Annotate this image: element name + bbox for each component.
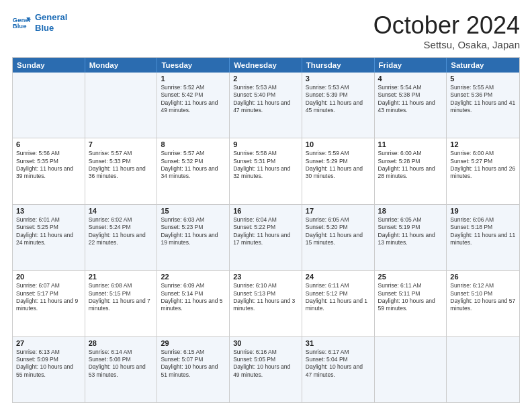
calendar-cell: 10Sunrise: 5:59 AM Sunset: 5:29 PM Dayli…	[302, 138, 375, 203]
calendar-cell: 2Sunrise: 5:53 AM Sunset: 5:40 PM Daylig…	[230, 73, 302, 138]
weekday-header: Wednesday	[230, 58, 302, 73]
day-number: 26	[450, 273, 516, 281]
calendar-row: 6Sunrise: 5:56 AM Sunset: 5:35 PM Daylig…	[13, 138, 519, 203]
day-number: 12	[450, 140, 516, 148]
calendar-cell	[13, 73, 85, 138]
day-number: 21	[89, 273, 154, 281]
weekday-header: Saturday	[447, 58, 519, 73]
calendar-cell: 28Sunrise: 6:14 AM Sunset: 5:08 PM Dayli…	[85, 337, 158, 402]
cell-info: Sunrise: 6:14 AM Sunset: 5:08 PM Dayligh…	[89, 349, 154, 379]
day-number: 6	[16, 140, 81, 148]
calendar-cell: 1Sunrise: 5:52 AM Sunset: 5:42 PM Daylig…	[157, 73, 230, 138]
calendar-cell: 23Sunrise: 6:10 AM Sunset: 5:13 PM Dayli…	[230, 271, 302, 336]
cell-info: Sunrise: 6:08 AM Sunset: 5:15 PM Dayligh…	[89, 282, 154, 313]
cell-info: Sunrise: 5:57 AM Sunset: 5:33 PM Dayligh…	[89, 150, 154, 181]
calendar-row: 20Sunrise: 6:07 AM Sunset: 5:17 PM Dayli…	[13, 270, 519, 336]
weekday-header: Monday	[85, 58, 158, 73]
day-number: 15	[161, 207, 226, 215]
calendar-row: 27Sunrise: 6:13 AM Sunset: 5:09 PM Dayli…	[13, 336, 519, 402]
cell-info: Sunrise: 6:13 AM Sunset: 5:09 PM Dayligh…	[16, 349, 81, 379]
cell-info: Sunrise: 6:02 AM Sunset: 5:24 PM Dayligh…	[89, 216, 154, 247]
cell-info: Sunrise: 6:11 AM Sunset: 5:11 PM Dayligh…	[378, 282, 443, 313]
calendar-cell: 5Sunrise: 5:55 AM Sunset: 5:36 PM Daylig…	[447, 73, 519, 138]
calendar-cell: 30Sunrise: 6:16 AM Sunset: 5:05 PM Dayli…	[230, 337, 302, 402]
logo-text: General	[35, 12, 67, 23]
day-number: 24	[306, 273, 371, 281]
day-number: 14	[89, 207, 154, 215]
day-number: 2	[233, 75, 298, 83]
weekday-header: Sunday	[13, 58, 85, 73]
calendar-cell: 24Sunrise: 6:11 AM Sunset: 5:12 PM Dayli…	[302, 271, 375, 336]
calendar-cell: 12Sunrise: 6:00 AM Sunset: 5:27 PM Dayli…	[447, 138, 519, 203]
day-number: 19	[450, 207, 516, 215]
cell-info: Sunrise: 6:00 AM Sunset: 5:28 PM Dayligh…	[378, 150, 443, 181]
calendar-cell: 21Sunrise: 6:08 AM Sunset: 5:15 PM Dayli…	[85, 271, 158, 336]
day-number: 20	[16, 273, 81, 281]
calendar-cell: 7Sunrise: 5:57 AM Sunset: 5:33 PM Daylig…	[85, 138, 158, 203]
calendar-row: 1Sunrise: 5:52 AM Sunset: 5:42 PM Daylig…	[13, 73, 519, 138]
cell-info: Sunrise: 5:54 AM Sunset: 5:38 PM Dayligh…	[378, 84, 443, 115]
day-number: 18	[378, 207, 443, 215]
calendar-cell: 6Sunrise: 5:56 AM Sunset: 5:35 PM Daylig…	[13, 138, 85, 203]
calendar-cell: 11Sunrise: 6:00 AM Sunset: 5:28 PM Dayli…	[375, 138, 447, 203]
calendar-cell: 26Sunrise: 6:12 AM Sunset: 5:10 PM Dayli…	[447, 271, 519, 336]
cell-info: Sunrise: 5:56 AM Sunset: 5:35 PM Dayligh…	[16, 150, 81, 181]
cell-info: Sunrise: 6:00 AM Sunset: 5:27 PM Dayligh…	[450, 150, 516, 181]
calendar-cell: 27Sunrise: 6:13 AM Sunset: 5:09 PM Dayli…	[13, 337, 85, 402]
day-number: 1	[161, 75, 226, 83]
page-header: General Blue General Blue October 2024 S…	[12, 12, 520, 50]
weekday-header: Friday	[375, 58, 447, 73]
weekday-header: Thursday	[302, 58, 375, 73]
calendar-cell	[375, 337, 447, 402]
cell-info: Sunrise: 6:17 AM Sunset: 5:04 PM Dayligh…	[306, 349, 371, 379]
calendar-cell: 13Sunrise: 6:01 AM Sunset: 5:25 PM Dayli…	[13, 205, 85, 270]
calendar: SundayMondayTuesdayWednesdayThursdayFrid…	[12, 57, 520, 403]
calendar-header: SundayMondayTuesdayWednesdayThursdayFrid…	[13, 58, 519, 73]
cell-info: Sunrise: 5:52 AM Sunset: 5:42 PM Dayligh…	[161, 84, 226, 115]
day-number: 13	[16, 207, 81, 215]
calendar-cell: 16Sunrise: 6:04 AM Sunset: 5:22 PM Dayli…	[230, 205, 302, 270]
cell-info: Sunrise: 6:07 AM Sunset: 5:17 PM Dayligh…	[16, 282, 81, 313]
calendar-cell: 18Sunrise: 6:05 AM Sunset: 5:19 PM Dayli…	[375, 205, 447, 270]
day-number: 5	[450, 75, 516, 83]
weekday-header: Tuesday	[157, 58, 230, 73]
day-number: 29	[161, 339, 226, 347]
logo: General Blue General Blue	[12, 12, 67, 33]
cell-info: Sunrise: 5:53 AM Sunset: 5:39 PM Dayligh…	[306, 84, 371, 115]
day-number: 27	[16, 339, 81, 347]
svg-text:Blue: Blue	[13, 22, 27, 30]
location: Settsu, Osaka, Japan	[373, 39, 520, 50]
calendar-cell: 9Sunrise: 5:58 AM Sunset: 5:31 PM Daylig…	[230, 138, 302, 203]
calendar-cell: 3Sunrise: 5:53 AM Sunset: 5:39 PM Daylig…	[302, 73, 375, 138]
calendar-cell: 17Sunrise: 6:05 AM Sunset: 5:20 PM Dayli…	[302, 205, 375, 270]
title-block: October 2024 Settsu, Osaka, Japan	[373, 12, 520, 50]
calendar-cell: 4Sunrise: 5:54 AM Sunset: 5:38 PM Daylig…	[375, 73, 447, 138]
day-number: 3	[306, 75, 371, 83]
calendar-cell	[447, 337, 519, 402]
logo-icon: General Blue	[12, 15, 31, 30]
calendar-cell: 15Sunrise: 6:03 AM Sunset: 5:23 PM Dayli…	[157, 205, 230, 270]
cell-info: Sunrise: 5:55 AM Sunset: 5:36 PM Dayligh…	[450, 84, 516, 115]
day-number: 4	[378, 75, 443, 83]
cell-info: Sunrise: 6:04 AM Sunset: 5:22 PM Dayligh…	[233, 216, 298, 247]
cell-info: Sunrise: 5:57 AM Sunset: 5:32 PM Dayligh…	[161, 150, 226, 181]
calendar-cell: 29Sunrise: 6:15 AM Sunset: 5:07 PM Dayli…	[157, 337, 230, 402]
day-number: 22	[161, 273, 226, 281]
calendar-body: 1Sunrise: 5:52 AM Sunset: 5:42 PM Daylig…	[13, 73, 519, 402]
cell-info: Sunrise: 6:16 AM Sunset: 5:05 PM Dayligh…	[233, 349, 298, 379]
day-number: 16	[233, 207, 298, 215]
cell-info: Sunrise: 6:06 AM Sunset: 5:18 PM Dayligh…	[450, 216, 516, 247]
day-number: 28	[89, 339, 154, 347]
logo-subtext: Blue	[35, 23, 67, 34]
cell-info: Sunrise: 6:11 AM Sunset: 5:12 PM Dayligh…	[306, 282, 371, 313]
day-number: 17	[306, 207, 371, 215]
calendar-cell: 20Sunrise: 6:07 AM Sunset: 5:17 PM Dayli…	[13, 271, 85, 336]
calendar-cell: 14Sunrise: 6:02 AM Sunset: 5:24 PM Dayli…	[85, 205, 158, 270]
cell-info: Sunrise: 5:58 AM Sunset: 5:31 PM Dayligh…	[233, 150, 298, 181]
cell-info: Sunrise: 6:10 AM Sunset: 5:13 PM Dayligh…	[233, 282, 298, 313]
calendar-cell	[85, 73, 158, 138]
calendar-cell: 25Sunrise: 6:11 AM Sunset: 5:11 PM Dayli…	[375, 271, 447, 336]
day-number: 7	[89, 140, 154, 148]
cell-info: Sunrise: 6:05 AM Sunset: 5:19 PM Dayligh…	[378, 216, 443, 247]
cell-info: Sunrise: 6:05 AM Sunset: 5:20 PM Dayligh…	[306, 216, 371, 247]
